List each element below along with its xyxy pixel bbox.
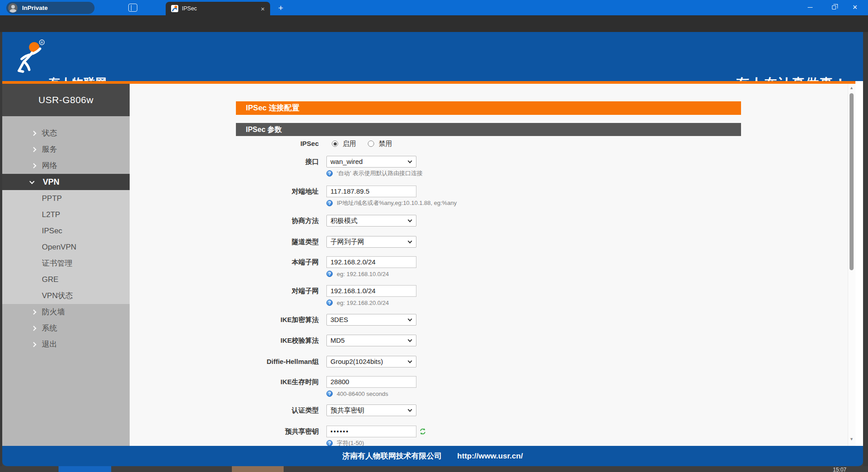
browser-toolbar: ← ⌂ ⚠ 不安全 | 192.168.2.1/cgi-bin/luci/;st… <box>0 15 868 32</box>
radio-disable[interactable] <box>368 141 374 147</box>
ike-encryption-select[interactable]: 3DES <box>326 314 416 326</box>
dh-group-select[interactable]: Group2(1024bits) <box>326 356 416 368</box>
help-icon: ? <box>326 170 333 177</box>
tunnel-type-select[interactable]: 子网到子网 <box>326 236 416 248</box>
sidebar-item-status[interactable]: 状态 <box>2 125 130 141</box>
scrollbar-down-icon[interactable]: ▼ <box>849 437 854 441</box>
tab-favicon-icon <box>171 5 178 12</box>
taskbar-clock: 15:07 <box>833 467 846 472</box>
chevron-right-icon <box>31 147 36 152</box>
sidebar-item-firewall[interactable]: 防火墙 <box>2 304 130 320</box>
page-title: IPSec 连接配置 <box>236 101 741 115</box>
sidebar-item-openvpn[interactable]: OpenVPN <box>2 239 130 255</box>
window-minimize-button[interactable] <box>800 0 820 15</box>
footer-company: 济南有人物联网技术有限公司 <box>343 451 442 461</box>
chevron-right-icon <box>31 163 36 168</box>
help-icon: ? <box>326 440 333 446</box>
minimize-icon <box>808 7 813 8</box>
taskbar: 15:07 <box>0 466 868 472</box>
device-name: USR-G806w <box>2 84 130 116</box>
content-right-margin <box>855 81 863 446</box>
radio-enable[interactable] <box>332 141 338 147</box>
sidebar-item-pptp[interactable]: PPTP <box>2 191 130 207</box>
label-interface: 接口 <box>171 156 319 168</box>
label-auth-type: 认证类型 <box>171 404 319 416</box>
help-icon: ? <box>326 300 333 306</box>
tab-ipsec[interactable]: IPSec × <box>166 2 270 15</box>
section-title: IPSec 参数 <box>236 123 741 136</box>
select-arrow-icon <box>408 218 412 222</box>
sidebar-item-l2tp[interactable]: L2TP <box>2 207 130 223</box>
help-icon: ? <box>326 271 333 277</box>
site-footer: 济南有人物联网技术有限公司 http://www.usr.cn/ <box>2 446 863 466</box>
label-ipsec: IPSec <box>171 138 319 150</box>
usr-logo-icon: R <box>13 39 45 79</box>
inprivate-label: InPrivate <box>22 5 48 11</box>
sidebar-item-services[interactable]: 服务 <box>2 141 130 158</box>
label-preshared-key: 预共享密钥 <box>171 426 319 437</box>
peer-subnet-hint: ? eg: 192.168.20.0/24 <box>326 299 389 306</box>
ike-lifetime-input[interactable]: 28800 <box>326 376 416 388</box>
label-ike-encryption: IKE加密算法 <box>171 314 319 326</box>
site-header: R 有人物联网 工业物联网通信专家 有人在认真做事！ <box>2 32 863 81</box>
sidebar-item-vpn-status[interactable]: VPN状态 <box>2 288 130 304</box>
svg-text:R: R <box>41 41 43 45</box>
sidebar-item-network[interactable]: 网络 <box>2 158 130 174</box>
help-icon: ? <box>326 390 333 397</box>
preshared-key-input[interactable]: •••••• <box>326 426 416 437</box>
window-close-button[interactable]: × <box>845 0 865 15</box>
negotiation-mode-select[interactable]: 积极模式 <box>326 215 416 227</box>
radio-enable-label[interactable]: 启用 <box>343 138 356 150</box>
chevron-right-icon <box>31 309 36 314</box>
sidebar-item-certificates[interactable]: 证书管理 <box>2 255 130 272</box>
window-restore-button[interactable] <box>823 0 844 15</box>
generate-key-refresh-icon[interactable] <box>419 428 426 437</box>
sidebar-item-logout[interactable]: 退出 <box>2 336 130 353</box>
new-tab-button[interactable]: + <box>278 3 283 13</box>
sidebar-item-vpn[interactable]: VPN <box>2 174 130 190</box>
screen: InPrivate IPSec × + × ← ⌂ ⚠ 不安全 | <box>0 0 868 472</box>
local-subnet-hint: ? eg: 192.168.10.0/24 <box>326 270 389 277</box>
sidebar-item-gre[interactable]: GRE <box>2 272 130 288</box>
taskbar-app-blue[interactable] <box>59 466 111 472</box>
ike-lifetime-hint: ? 400-86400 seconds <box>326 390 388 397</box>
interface-select[interactable]: wan_wired <box>326 156 416 168</box>
local-subnet-input[interactable]: 192.168.2.0/24 <box>326 256 416 268</box>
tab-close-icon[interactable]: × <box>261 5 265 13</box>
select-arrow-icon <box>408 317 412 322</box>
label-tunnel-type: 隧道类型 <box>171 236 319 248</box>
browser-titlebar: InPrivate IPSec × + × <box>0 0 868 15</box>
scrollbar-thumb[interactable] <box>850 93 854 270</box>
label-negotiation-mode: 协商方法 <box>171 215 319 227</box>
label-peer-subnet: 对端子网 <box>171 285 319 297</box>
scrollbar-up-icon[interactable]: ▲ <box>849 86 854 90</box>
inprivate-profile-button[interactable]: InPrivate <box>6 2 95 14</box>
tab-title: IPSec <box>182 5 261 12</box>
vertical-tabs-icon[interactable] <box>128 4 137 12</box>
peer-subnet-input[interactable]: 192.168.1.0/24 <box>326 285 416 297</box>
profile-avatar <box>8 3 18 13</box>
auth-type-select[interactable]: 预共享密钥 <box>326 404 416 416</box>
chevron-right-icon <box>31 131 36 136</box>
interface-hint: ? ‘自动’ 表示使用默认路由接口连接 <box>326 170 423 177</box>
sidebar-item-ipsec[interactable]: IPSec <box>2 223 130 239</box>
label-local-subnet: 本端子网 <box>171 256 319 268</box>
select-arrow-icon <box>408 159 412 163</box>
help-icon: ? <box>326 200 333 206</box>
chevron-right-icon <box>31 326 36 331</box>
ike-hash-select[interactable]: MD5 <box>326 335 416 346</box>
label-peer-address: 对端地址 <box>171 186 319 197</box>
select-arrow-icon <box>408 359 412 363</box>
label-ike-lifetime: IKE生存时间 <box>171 376 319 388</box>
label-dh-group: Diffie-Hellman组 <box>171 356 319 368</box>
select-arrow-icon <box>408 239 412 244</box>
taskbar-app-brown[interactable] <box>232 466 284 472</box>
window-border-right <box>863 32 868 466</box>
label-ike-hash: IKE校验算法 <box>171 335 319 346</box>
radio-disable-label[interactable]: 禁用 <box>379 138 392 150</box>
restore-icon <box>832 5 836 9</box>
chevron-down-icon <box>29 179 34 184</box>
sidebar-item-system[interactable]: 系统 <box>2 320 130 336</box>
footer-website-link[interactable]: http://www.usr.cn/ <box>457 452 523 461</box>
peer-address-input[interactable]: 117.187.89.5 <box>326 186 416 197</box>
